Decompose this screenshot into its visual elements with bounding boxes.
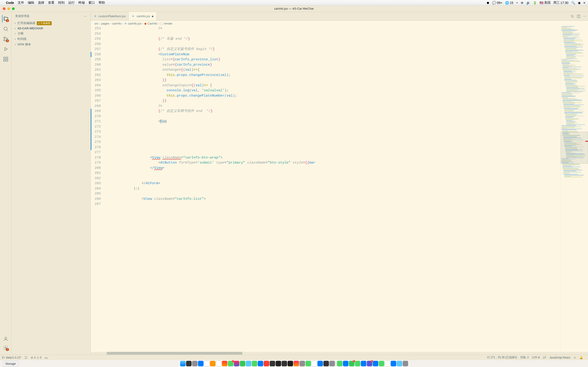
sync-button[interactable]: [24, 356, 27, 359]
code-content[interactable]: /> {/* 车版 end */} {/* 自定义车版号组件 begin */}…: [104, 26, 561, 352]
dock-app[interactable]: [282, 361, 287, 366]
dock-app[interactable]: [391, 361, 396, 366]
dock-app[interactable]: [246, 361, 251, 366]
notifications-icon[interactable]: 🔔: [579, 356, 583, 359]
menu-help[interactable]: 帮助: [99, 1, 105, 5]
dock-app[interactable]: [397, 361, 402, 366]
minimap-viewport[interactable]: [561, 132, 588, 164]
activity-settings[interactable]: 1: [2, 344, 9, 351]
dock-app[interactable]: [355, 361, 360, 366]
dock-safari[interactable]: [198, 361, 204, 366]
menu-window[interactable]: 窗口: [88, 1, 95, 5]
activity-run-debug[interactable]: [2, 45, 9, 53]
bluetooth-icon[interactable]: ᛭: [516, 1, 518, 5]
breadcrumbs[interactable]: src › pages › carInfo › ⚛ carInfo.jsx › …: [91, 21, 588, 26]
dock-app[interactable]: [337, 361, 342, 366]
dock-finder[interactable]: [180, 361, 186, 366]
dock-settings[interactable]: [329, 361, 335, 366]
problems-indicator[interactable]: ⊘ 3 ⚠ 0: [31, 356, 41, 359]
tree-open-editors[interactable]: › 打开的编辑器 1 个未保存: [11, 20, 90, 26]
notification-center-icon[interactable]: ≡: [583, 1, 585, 5]
menu-file[interactable]: 文件: [18, 1, 24, 5]
code-editor[interactable]: 2532542552562572582592602612622632642652…: [91, 26, 588, 352]
dock-app[interactable]: 2: [228, 361, 233, 366]
dock-app[interactable]: [234, 361, 239, 366]
minimize-window-button[interactable]: [7, 7, 10, 10]
sidebar-more-icon[interactable]: ⋯: [84, 15, 87, 18]
globe-icon[interactable]: 🌐 15: [505, 1, 513, 5]
menu-run[interactable]: 运行: [68, 1, 75, 5]
dock-appstore[interactable]: [258, 361, 263, 366]
tree-outline[interactable]: › 大纲: [11, 31, 90, 36]
spotlight-icon[interactable]: 🔍: [571, 1, 575, 5]
dock-app[interactable]: [288, 361, 293, 366]
horizontal-scrollbar[interactable]: [91, 352, 588, 355]
indentation[interactable]: 空格: 2: [520, 356, 529, 359]
dock-app[interactable]: [300, 361, 305, 366]
dock-vscode[interactable]: [361, 361, 366, 366]
dock-appletv[interactable]: [323, 361, 329, 366]
activity-search[interactable]: [2, 25, 9, 33]
activity-account[interactable]: [2, 335, 9, 343]
live-share-icon[interactable]: [44, 356, 48, 359]
date-time[interactable]: 周三 17:30: [553, 1, 569, 5]
dock-app[interactable]: [343, 361, 348, 366]
tree-workspace[interactable]: › 4S-CAR-WECHAR: [11, 26, 90, 31]
app-name[interactable]: Code: [6, 1, 14, 5]
language-mode[interactable]: JavaScript React: [549, 356, 570, 359]
dock-launchpad[interactable]: [192, 361, 198, 366]
dock-firefox[interactable]: [210, 361, 216, 366]
dock-app[interactable]: 1: [367, 361, 372, 366]
dock-app[interactable]: [270, 361, 275, 366]
dock-numbers[interactable]: [240, 361, 245, 366]
dock-terminal[interactable]: [276, 361, 281, 366]
menu-go[interactable]: 转到: [58, 1, 65, 5]
dock-filezilla[interactable]: [264, 361, 269, 366]
dock-app[interactable]: [294, 361, 299, 366]
dock-app[interactable]: [222, 361, 227, 366]
siri-icon[interactable]: ◉: [578, 1, 581, 5]
wifi-icon[interactable]: ⊚: [521, 1, 523, 5]
battery-icon[interactable]: 🔋: [533, 1, 537, 5]
feedback-icon[interactable]: ☺: [573, 356, 576, 359]
close-window-button[interactable]: [3, 7, 6, 10]
menu-edit[interactable]: 编辑: [28, 1, 34, 5]
dock-app[interactable]: [311, 361, 317, 366]
dock-app[interactable]: [379, 361, 384, 366]
input-method[interactable]: 🇺🇸 美国: [540, 1, 551, 5]
tab-carinfo[interactable]: ⚛ carInfo.jsx ●: [129, 12, 157, 20]
volume-icon[interactable]: 🔊: [526, 1, 530, 5]
menu-view[interactable]: 查看: [48, 1, 54, 5]
activity-extensions[interactable]: [2, 56, 9, 63]
dock-app[interactable]: 1: [349, 361, 355, 366]
dock-app[interactable]: [385, 361, 390, 366]
tree-npm-scripts[interactable]: › NPM 脚本: [11, 42, 90, 47]
record-icon[interactable]: ⏺: [486, 1, 489, 5]
activity-explorer[interactable]: 1: [2, 15, 9, 23]
tab-customplatenum[interactable]: ⚛ customPlateNum.jsx: [91, 12, 129, 20]
more-actions-icon[interactable]: ⋯: [583, 15, 586, 18]
dock-app[interactable]: [373, 361, 378, 366]
activity-scm[interactable]: 3: [2, 35, 9, 43]
encoding[interactable]: UTF-8: [532, 356, 540, 359]
dock-app[interactable]: [252, 361, 257, 366]
eol[interactable]: LF: [543, 356, 546, 359]
compare-changes-icon[interactable]: [570, 15, 574, 18]
dock-notes[interactable]: [216, 361, 221, 366]
tree-timeline[interactable]: › 时间线: [11, 36, 90, 42]
maximize-window-button[interactable]: [12, 7, 15, 10]
dock-wechat[interactable]: [305, 361, 311, 366]
scrollbar-thumb[interactable]: [107, 352, 242, 355]
dock-app[interactable]: [317, 361, 323, 366]
split-editor-icon[interactable]: [577, 15, 580, 18]
menu-terminal[interactable]: 终端: [78, 1, 85, 5]
dock-trash[interactable]: [403, 361, 408, 366]
chevron-right-icon: ›: [13, 37, 17, 41]
dock-app[interactable]: [186, 361, 191, 366]
minimap[interactable]: [561, 26, 588, 352]
dock-chrome[interactable]: [204, 361, 209, 366]
cursor-position[interactable]: 行 271，列 26 (已选择3): [487, 356, 517, 359]
wechat-icon[interactable]: 💬 99+: [492, 1, 502, 5]
git-branch[interactable]: daily/1.0.13*: [2, 356, 21, 359]
menu-selection[interactable]: 选择: [38, 1, 44, 5]
